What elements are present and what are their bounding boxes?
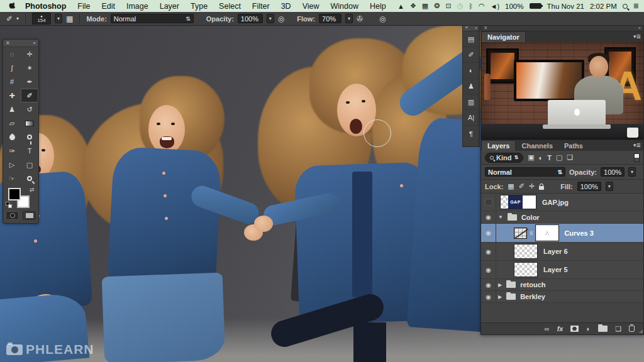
evernote-icon[interactable]: ❖ [410, 2, 416, 10]
layer-name[interactable]: GAP.jpg [542, 199, 569, 206]
path-selection-tool[interactable]: ▷ [3, 158, 21, 172]
panel-menu-icon[interactable]: ▾≣ [633, 33, 641, 40]
lasso-tool[interactable]: ʃ [3, 61, 21, 75]
layer-name[interactable]: Berkley [520, 293, 545, 300]
type-tool[interactable]: T [21, 144, 38, 158]
layer-thumbnail[interactable] [514, 244, 538, 259]
visibility-toggle[interactable]: ◉ [481, 279, 496, 290]
opacity-input[interactable]: 100% [238, 14, 263, 23]
foreground-color-swatch[interactable] [8, 188, 21, 200]
filter-shape-layers-button[interactable]: ▢ [556, 153, 562, 162]
shape-tool[interactable]: ▢ [21, 158, 38, 172]
dock-paragraph-button[interactable]: ¶ [463, 126, 479, 141]
spotlight-icon[interactable] [623, 4, 628, 9]
menu-view[interactable]: View [297, 2, 325, 11]
screen-mode-button[interactable] [23, 211, 36, 220]
visibility-toggle[interactable]: ◉ [481, 211, 496, 223]
menu-photoshop[interactable]: Photoshop [19, 2, 72, 11]
collapse-icon[interactable]: « [33, 40, 36, 46]
layer-name[interactable]: retouch [520, 281, 545, 288]
eyedropper-tool[interactable]: ✒ [21, 75, 38, 89]
battery-icon[interactable] [530, 3, 541, 9]
fill-caret[interactable]: ▾ [606, 182, 613, 191]
tab-layers[interactable]: Layers [481, 140, 516, 151]
bluetooth-icon[interactable]: ᛒ [469, 3, 473, 10]
layer-thumbnail[interactable] [514, 262, 538, 277]
google-drive-icon[interactable]: ▲ [397, 3, 404, 10]
layer-row-color-group[interactable]: ◉ ▼ Color [481, 211, 643, 224]
wifi-icon[interactable]: ◠ [479, 2, 485, 10]
toggle-brush-panel-icon[interactable]: ▦ [66, 14, 73, 23]
time-machine-icon[interactable]: ◷ [457, 2, 464, 10]
filter-adjustment-layers-button[interactable]: ◐ [539, 154, 543, 162]
filter-type-layers-button[interactable]: T [547, 154, 552, 162]
filter-pixel-layers-button[interactable]: ▣ [528, 153, 534, 162]
squares-app-icon[interactable]: ▦ [422, 2, 428, 10]
menu-layer[interactable]: Layer [154, 2, 185, 11]
menu-window[interactable]: Window [325, 2, 364, 11]
menu-edit[interactable]: Edit [96, 2, 121, 11]
lock-pixels-button[interactable]: ✐ [519, 182, 525, 190]
opacity-caret[interactable]: ▾ [267, 14, 274, 23]
layer-opacity-caret[interactable]: ▾ [628, 167, 636, 177]
new-adjustment-layer-button[interactable]: ◐ [586, 325, 591, 332]
close-icon[interactable]: ✕ [465, 25, 469, 30]
layer-blend-mode-select[interactable]: Normal ⇅ [485, 167, 565, 177]
swap-colors-icon[interactable]: ⇄ [30, 187, 35, 193]
dock-brush-panel-button[interactable]: ✐ [463, 47, 479, 63]
menu-type[interactable]: Type [185, 2, 213, 11]
layer-opacity-input[interactable]: 100% [601, 167, 625, 177]
dock-clone-source-button[interactable]: ♟ [463, 79, 479, 94]
curves-adjustment-thumbnail[interactable] [514, 228, 527, 239]
visibility-toggle[interactable] [481, 194, 496, 211]
flow-input[interactable]: 70% [319, 14, 341, 23]
tool-palette-header[interactable]: ✕ « [3, 40, 38, 47]
dodge-tool[interactable] [21, 130, 38, 144]
gradient-tool[interactable] [21, 116, 38, 130]
visibility-toggle[interactable]: ◉ [481, 243, 496, 260]
swirl-app-icon[interactable]: ❂ [434, 2, 440, 10]
disclosure-triangle[interactable]: ▶ [498, 282, 502, 288]
dock-layer-comps-button[interactable]: ▥ [463, 94, 479, 110]
menu-date[interactable]: Thu Nov 21 [547, 3, 584, 10]
panel-menu-icon[interactable]: ▾≣ [633, 142, 641, 148]
menu-filter[interactable]: Filter [247, 2, 275, 11]
layer-row-curves3[interactable]: ◉ ∞ ∴ Curves 3 [481, 224, 643, 243]
visibility-toggle[interactable]: ◉ [481, 291, 496, 302]
layer-name[interactable]: Color [521, 214, 540, 221]
layer-style-button[interactable]: fx [557, 325, 564, 332]
visibility-toggle[interactable]: ◉ [481, 224, 496, 242]
lock-transparency-button[interactable]: ▦ [508, 182, 514, 190]
add-layer-mask-button[interactable] [570, 326, 579, 332]
pressure-size-icon[interactable]: ◎ [379, 14, 386, 23]
history-brush-tool[interactable]: ↺ [21, 102, 38, 116]
menu-help[interactable]: Help [364, 2, 392, 11]
marquee-tool[interactable]: ◌ [3, 47, 21, 61]
lock-position-button[interactable]: ✛ [529, 182, 535, 190]
layer-mask-thumbnail[interactable]: ∴ [536, 225, 558, 241]
tab-navigator[interactable]: Navigator [481, 31, 526, 42]
layer-row-layer5[interactable]: ◉ Layer 5 [481, 261, 643, 279]
volume-icon[interactable]: ◄) [491, 3, 500, 10]
new-layer-button[interactable]: ❏ [615, 325, 621, 333]
brush-preset-caret-icon[interactable]: ▾ [16, 16, 19, 21]
blend-mode-select[interactable]: Normal ⇅ [111, 14, 194, 23]
layer-name[interactable]: Layer 5 [543, 266, 568, 273]
layer-name[interactable]: Curves 3 [564, 229, 593, 237]
filter-kind-select[interactable]: Kind ⇅ [485, 153, 523, 163]
default-colors-button[interactable] [6, 202, 13, 208]
tab-paths[interactable]: Paths [558, 141, 589, 151]
lock-all-button[interactable] [539, 186, 544, 190]
zoom-tool[interactable] [21, 172, 38, 185]
menu-image[interactable]: Image [121, 2, 154, 11]
brush-tool[interactable]: ✐ [21, 89, 38, 102]
layer-thumbnail[interactable]: GAP [500, 195, 536, 209]
layer-row-berkley-group[interactable]: ◉ ▶ Berkley [481, 291, 643, 303]
tab-channels[interactable]: Channels [516, 141, 558, 151]
menu-3d[interactable]: 3D [275, 2, 297, 11]
menu-select[interactable]: Select [213, 2, 247, 11]
layer-row-gap[interactable]: GAP GAP.jpg [481, 194, 643, 211]
menu-file[interactable]: File [72, 2, 96, 11]
filter-smart-objects-button[interactable]: ❏ [567, 153, 573, 162]
clone-stamp-tool[interactable]: ♟ [3, 102, 21, 116]
